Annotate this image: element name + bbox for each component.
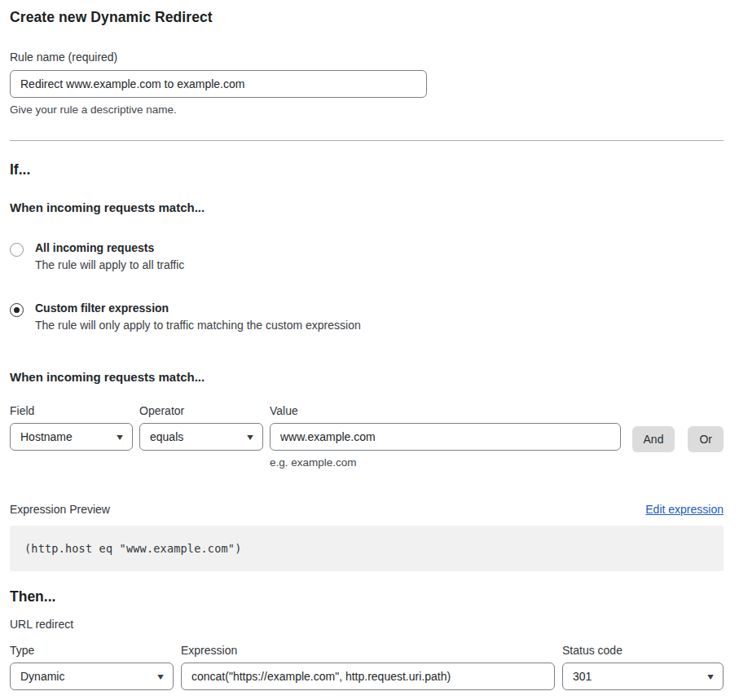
filter-builder-row: Field Hostname ▾ Operator equals ▾ Value… — [10, 404, 724, 469]
radio-custom-filter[interactable] — [10, 303, 24, 317]
section-divider — [10, 140, 724, 141]
redirect-builder-row: Type Dynamic ▾ Expression Status code 30… — [10, 644, 724, 690]
rule-name-label: Rule name (required) — [10, 51, 724, 64]
value-input[interactable] — [270, 423, 621, 451]
status-code-select[interactable]: 301 ▾ — [562, 663, 724, 690]
expression-preview-code: (http.host eq "www.example.com") — [10, 526, 724, 571]
expression-preview-label: Expression Preview — [10, 503, 110, 516]
field-select-value: Hostname — [20, 430, 73, 443]
option-label: All incoming requests — [35, 241, 184, 254]
match-heading: When incoming requests match... — [10, 200, 724, 214]
radio-all-incoming[interactable] — [10, 243, 24, 257]
type-select[interactable]: Dynamic ▾ — [10, 663, 174, 690]
option-all-incoming-requests[interactable]: All incoming requests The rule will appl… — [10, 241, 724, 271]
rule-name-help: Give your rule a descriptive name. — [10, 103, 724, 116]
operator-select-value: equals — [150, 430, 183, 443]
option-description: The rule will apply to all traffic — [35, 258, 184, 271]
and-button[interactable]: And — [632, 426, 675, 452]
chevron-down-icon: ▾ — [247, 432, 253, 442]
or-button[interactable]: Or — [688, 426, 724, 452]
value-label: Value — [270, 404, 621, 417]
option-label: Custom filter expression — [35, 302, 361, 315]
then-heading: Then... — [10, 588, 724, 605]
option-description: The rule will only apply to traffic matc… — [35, 319, 361, 332]
field-label: Field — [10, 404, 133, 417]
type-select-value: Dynamic — [20, 670, 64, 683]
url-redirect-label: URL redirect — [10, 618, 724, 631]
operator-label: Operator — [139, 404, 263, 417]
option-custom-filter-expression[interactable]: Custom filter expression The rule will o… — [10, 302, 724, 332]
chevron-down-icon: ▾ — [157, 671, 164, 681]
operator-select[interactable]: equals ▾ — [139, 423, 263, 451]
redirect-expression-input[interactable] — [181, 663, 555, 690]
redirect-expression-label: Expression — [181, 644, 555, 657]
chevron-down-icon: ▾ — [707, 671, 714, 681]
chevron-down-icon: ▾ — [117, 432, 123, 442]
value-help: e.g. example.com — [270, 456, 621, 469]
edit-expression-link[interactable]: Edit expression — [645, 503, 724, 516]
filter-heading: When incoming requests match... — [10, 370, 724, 384]
status-code-label: Status code — [562, 644, 724, 657]
page-title: Create new Dynamic Redirect — [10, 9, 724, 26]
status-code-select-value: 301 — [573, 670, 592, 683]
if-heading: If... — [10, 161, 724, 178]
type-label: Type — [10, 644, 174, 657]
field-select[interactable]: Hostname ▾ — [10, 423, 133, 451]
rule-name-input[interactable] — [10, 70, 427, 98]
